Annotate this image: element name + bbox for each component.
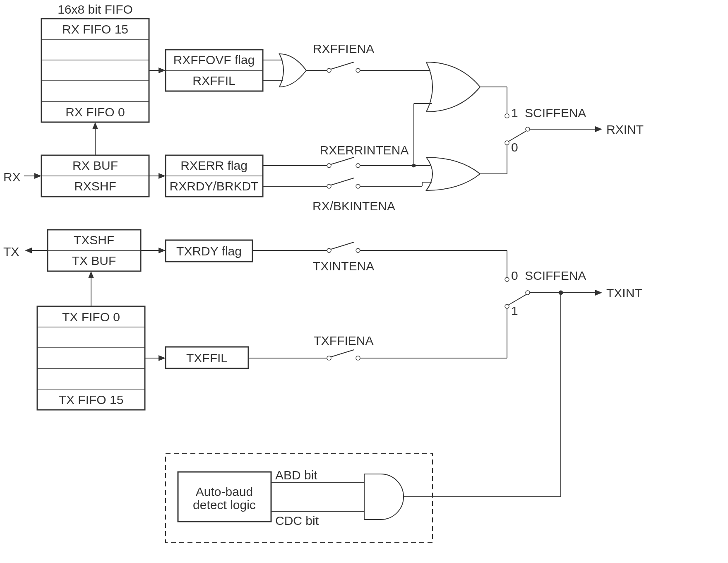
svg-line-49: [331, 157, 354, 164]
rxbkintena-label: RX/BKINTENA: [312, 199, 395, 213]
tx-fifo-top: TX FIFO 0: [62, 310, 120, 324]
title-label: 16x8 bit FIFO: [58, 2, 133, 16]
txffil-label: TXFFIL: [186, 351, 228, 365]
svg-point-39: [327, 68, 331, 72]
abd-label-2: detect logic: [193, 498, 256, 512]
svg-line-77: [331, 350, 354, 357]
rxerrintena-label: RXERRINTENA: [320, 143, 408, 157]
abd-bit-label: ABD bit: [275, 468, 317, 482]
svg-point-48: [327, 164, 331, 168]
svg-point-53: [327, 184, 331, 188]
svg-marker-14: [159, 67, 166, 73]
svg-line-71: [331, 242, 354, 249]
svg-point-72: [356, 248, 360, 253]
tx-buf-bottom: TX BUF: [72, 254, 116, 267]
svg-marker-22: [25, 248, 32, 253]
tx-fifo-bottom: TX FIFO 15: [59, 393, 124, 407]
svg-point-50: [356, 164, 360, 168]
tx-buf-block: TXSHF TX BUF: [48, 230, 141, 271]
rxerr-top: RXERR flag: [180, 159, 247, 172]
autobaud-group: Auto-baud detect logic Auto-baud detect …: [166, 453, 432, 542]
rx-fifo-block: RX FIFO 15 RX FIFO 0: [41, 19, 149, 122]
svg-point-55: [356, 184, 360, 188]
svg-point-81: [505, 277, 509, 282]
txrdy-label: TXRDY flag: [176, 244, 242, 258]
svg-marker-86: [595, 290, 602, 296]
rx-mux-zero: 0: [511, 140, 518, 154]
svg-line-40: [331, 62, 354, 69]
rx-fifo-top: RX FIFO 15: [62, 22, 128, 36]
rxff-box: RXFFOVF flag RXFFIL: [166, 50, 263, 91]
rxff-bottom: RXFFIL: [192, 74, 235, 87]
or-gate-rx-top: [426, 62, 480, 112]
svg-point-63: [505, 114, 509, 118]
or-gate-rxff: [279, 54, 306, 87]
txrdy-box: TXRDY flag: [166, 240, 252, 262]
rxerr-bottom: RXRDY/BRKDT: [169, 179, 258, 193]
svg-point-76: [327, 356, 331, 360]
tx-buf-top: TXSHF: [74, 233, 114, 247]
svg-line-54: [331, 178, 354, 185]
rxffiena-label: RXFFIENA: [313, 42, 374, 55]
txint-label: TXINT: [606, 286, 642, 300]
svg-marker-32: [88, 271, 94, 278]
rxerr-box: RXERR flag RXRDY/BRKDT: [166, 155, 263, 197]
rxint-label: RXINT: [606, 123, 644, 136]
tx-fifo-block: TX FIFO 0 TX FIFO 15: [37, 306, 145, 410]
svg-marker-8: [92, 122, 98, 129]
sciffena-rx-label: SCIFFENA: [525, 106, 586, 120]
abd-label-1: Auto-baud: [196, 485, 253, 498]
arrow-rxbuf-to-fifo: [92, 122, 98, 155]
svg-marker-10: [34, 173, 41, 179]
rxff-top: RXFFOVF flag: [173, 53, 255, 67]
sciffena-tx-label: SCIFFENA: [525, 269, 586, 282]
svg-marker-18: [159, 173, 166, 179]
rx-buf-block: RX BUF RXSHF: [41, 155, 149, 197]
rx-fifo-bottom: RX FIFO 0: [65, 105, 125, 119]
txffil-box: TXFFIL: [166, 347, 248, 368]
tx-mux-one: 1: [511, 304, 518, 318]
svg-marker-68: [595, 126, 602, 132]
svg-point-41: [356, 68, 360, 72]
svg-marker-35: [159, 355, 166, 361]
svg-marker-25: [159, 248, 166, 253]
svg-point-78: [356, 356, 360, 360]
rx-buf-bottom: RXSHF: [74, 179, 116, 193]
tx-mux-zero: 0: [511, 269, 518, 282]
txffiena-label: TXFFIENA: [313, 334, 373, 347]
rx-buf-top: RX BUF: [72, 159, 118, 172]
svg-point-70: [327, 248, 331, 253]
rx-pin-label: RX: [3, 170, 21, 184]
cdc-bit-label: CDC bit: [275, 514, 319, 527]
txintena-label: TXINTENA: [313, 259, 374, 273]
or-gate-rx-bottom: [426, 157, 480, 190]
rx-mux-one: 1: [511, 106, 518, 120]
tx-pin-label: TX: [3, 245, 19, 258]
